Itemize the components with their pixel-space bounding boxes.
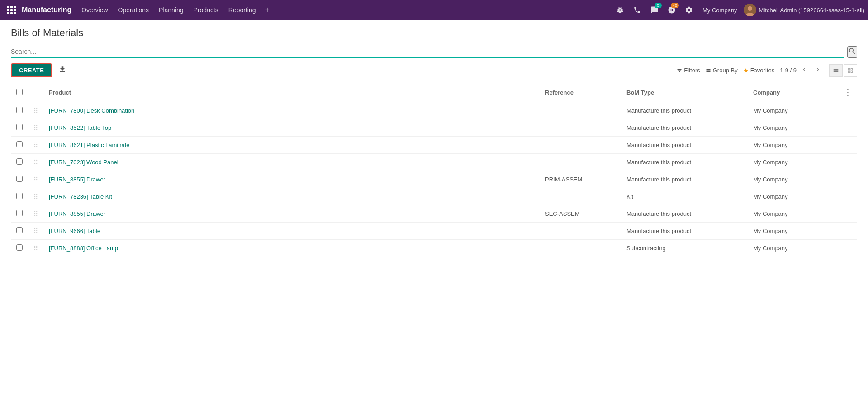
activity-icon[interactable]: 40 — [664, 3, 679, 17]
activity-badge: 40 — [671, 3, 679, 8]
row-checkbox-0[interactable] — [16, 107, 23, 113]
next-page-button[interactable] — [812, 66, 824, 76]
chat-badge: 5 — [655, 3, 662, 8]
bom-type-7: Manufacture this product — [621, 223, 748, 240]
company-0: My Company — [748, 102, 838, 119]
bom-type-6: Manufacture this product — [621, 205, 748, 223]
apps-menu-icon[interactable] — [4, 2, 20, 18]
user-avatar — [744, 4, 756, 16]
svg-point-1 — [748, 6, 752, 11]
download-button[interactable] — [56, 63, 69, 77]
table-row: ⠿ [FURN_8621] Plastic Laminate Manufactu… — [11, 137, 857, 154]
table-row: ⠿ [FURN_9666] Table Manufacture this pro… — [11, 223, 857, 240]
top-nav: Manufacturing Overview Operations Planni… — [0, 0, 868, 20]
table-row: ⠿ [FURN_8855] Drawer SEC-ASSEM Manufactu… — [11, 205, 857, 223]
row-checkbox-7[interactable] — [16, 227, 23, 233]
reference-8 — [540, 240, 621, 257]
nav-products[interactable]: Products — [189, 4, 223, 16]
row-checkbox-3[interactable] — [16, 158, 23, 165]
company-2: My Company — [748, 137, 838, 154]
search-button[interactable] — [847, 46, 857, 58]
table-row: ⠿ [FURN_78236] Table Kit Kit My Company — [11, 188, 857, 205]
pagination: 1-9 / 9 — [780, 66, 824, 76]
row-checkbox-4[interactable] — [16, 176, 23, 182]
prev-page-button[interactable] — [798, 66, 810, 76]
product-name-2[interactable]: [FURN_8621] Plastic Laminate — [49, 142, 129, 148]
row-checkbox-2[interactable] — [16, 141, 23, 147]
product-name-1[interactable]: [FURN_8522] Table Top — [49, 124, 111, 131]
drag-handle-6[interactable]: ⠿ — [33, 210, 38, 218]
company-4: My Company — [748, 171, 838, 188]
bom-type-5: Kit — [621, 188, 748, 205]
user-menu[interactable]: Mitchell Admin (15926664-saas-15-1-all) — [744, 4, 864, 16]
product-name-7[interactable]: [FURN_9666] Table — [49, 228, 100, 234]
reference-6: SEC-ASSEM — [540, 205, 621, 223]
drag-handle-1[interactable]: ⠿ — [33, 124, 38, 132]
table-row: ⠿ [FURN_7023] Wood Panel Manufacture thi… — [11, 154, 857, 171]
product-name-3[interactable]: [FURN_7023] Wood Panel — [49, 159, 119, 166]
select-all-checkbox[interactable] — [16, 89, 23, 95]
user-name: Mitchell Admin (15926664-saas-15-1-all) — [759, 7, 864, 14]
page-title: Bills of Materials — [11, 27, 857, 39]
app-title: Manufacturing — [22, 6, 71, 14]
product-name-6[interactable]: [FURN_8855] Drawer — [49, 210, 105, 217]
drag-handle-7[interactable]: ⠿ — [33, 228, 38, 235]
bom-table: Product Reference BoM Type Company ⋮ ⠿ [… — [11, 83, 857, 257]
drag-handle-0[interactable]: ⠿ — [33, 107, 38, 114]
drag-handle-3[interactable]: ⠿ — [33, 159, 38, 166]
search-bar-row — [11, 46, 857, 58]
row-checkbox-8[interactable] — [16, 244, 23, 251]
column-options-icon[interactable]: ⋮ — [844, 88, 852, 97]
main-content: Bills of Materials CREATE Filters Group … — [0, 20, 868, 404]
col-header-company: Company — [748, 83, 838, 102]
nav-reporting[interactable]: Reporting — [224, 4, 261, 16]
row-checkbox-5[interactable] — [16, 193, 23, 199]
row-checkbox-6[interactable] — [16, 210, 23, 216]
drag-handle-2[interactable]: ⠿ — [33, 142, 38, 149]
view-toggle — [829, 64, 857, 77]
reference-1 — [540, 119, 621, 137]
nav-add-icon[interactable]: + — [261, 4, 274, 17]
company-5: My Company — [748, 188, 838, 205]
reference-0 — [540, 102, 621, 119]
bom-type-1: Manufacture this product — [621, 119, 748, 137]
drag-handle-4[interactable]: ⠿ — [33, 176, 38, 183]
nav-planning[interactable]: Planning — [154, 4, 188, 16]
product-name-4[interactable]: [FURN_8855] Drawer — [49, 176, 105, 183]
phone-icon[interactable] — [630, 3, 645, 17]
drag-handle-5[interactable]: ⠿ — [33, 193, 38, 200]
favorites-button[interactable]: Favorites — [743, 67, 774, 74]
bom-type-2: Manufacture this product — [621, 137, 748, 154]
group-by-button[interactable]: Group By — [706, 67, 738, 74]
col-header-reference: Reference — [540, 83, 621, 102]
create-button[interactable]: CREATE — [11, 63, 52, 77]
reference-2 — [540, 137, 621, 154]
bom-type-3: Manufacture this product — [621, 154, 748, 171]
company-6: My Company — [748, 205, 838, 223]
table-row: ⠿ [FURN_8522] Table Top Manufacture this… — [11, 119, 857, 137]
bug-icon[interactable] — [613, 3, 627, 17]
chat-icon[interactable]: 5 — [647, 3, 662, 17]
nav-operations[interactable]: Operations — [114, 4, 153, 16]
toolbar-right: Filters Group By Favorites 1-9 / 9 — [677, 64, 857, 77]
reference-3 — [540, 154, 621, 171]
filters-button[interactable]: Filters — [677, 67, 700, 74]
company-7: My Company — [748, 223, 838, 240]
nav-overview[interactable]: Overview — [77, 4, 112, 16]
list-view-button[interactable] — [829, 64, 843, 77]
bom-type-4: Manufacture this product — [621, 171, 748, 188]
reference-5 — [540, 188, 621, 205]
settings-icon[interactable] — [682, 3, 696, 17]
row-checkbox-1[interactable] — [16, 124, 23, 130]
product-name-0[interactable]: [FURN_7800] Desk Combination — [49, 107, 134, 114]
search-input-wrap — [11, 46, 844, 58]
product-name-5[interactable]: [FURN_78236] Table Kit — [49, 193, 112, 200]
drag-handle-8[interactable]: ⠿ — [33, 245, 38, 252]
search-input[interactable] — [11, 48, 844, 55]
product-name-8[interactable]: [FURN_8888] Office Lamp — [49, 245, 118, 252]
kanban-view-button[interactable] — [844, 64, 857, 77]
nav-icons: 5 40 My Company Mitchell Admin (15926664… — [613, 3, 864, 17]
company-8: My Company — [748, 240, 838, 257]
nav-menu: Overview Operations Planning Products Re… — [77, 4, 611, 17]
reference-7 — [540, 223, 621, 240]
